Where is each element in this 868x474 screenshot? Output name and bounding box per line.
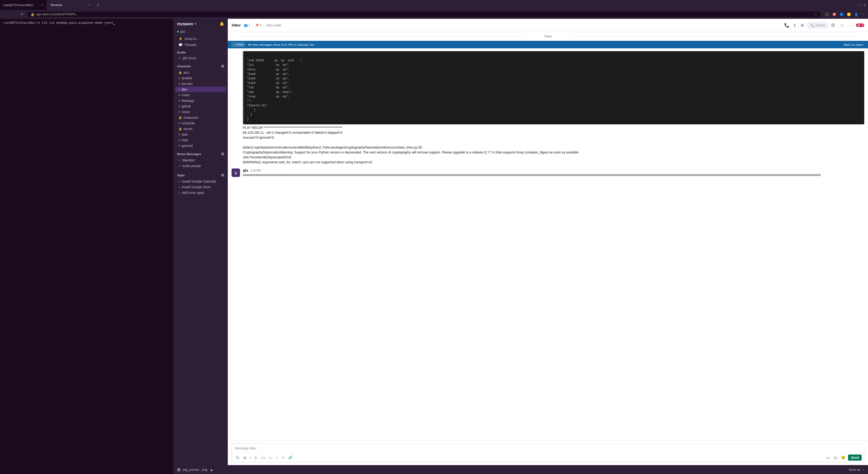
install-google-drive[interactable]: + Install Google Drive bbox=[175, 184, 226, 190]
call-button[interactable]: 📞 bbox=[783, 22, 791, 29]
formatting-toggle[interactable]: Aa bbox=[825, 455, 831, 460]
channel-item-github[interactable]: #github bbox=[175, 103, 226, 109]
jump-button[interactable]: ↑ Jump bbox=[231, 42, 245, 47]
channel-item-acct[interactable]: 🔒acct bbox=[175, 70, 226, 75]
gear-button[interactable]: ⚙ bbox=[799, 22, 806, 29]
profile-btn[interactable]: 👤 bbox=[853, 11, 859, 17]
channel-item-secret[interactable]: 🔒secret bbox=[175, 126, 226, 132]
chevron-up-icon[interactable]: ▲ bbox=[210, 468, 214, 472]
threads-item[interactable]: 💬 Threads bbox=[175, 42, 226, 48]
add-topic[interactable]: Add a topic bbox=[266, 24, 282, 27]
indent-button[interactable]: ⇥ bbox=[280, 455, 286, 461]
back-button[interactable]: ← bbox=[2, 11, 9, 18]
channel-item-flaskapp[interactable]: #flaskapp bbox=[175, 98, 226, 103]
bottom-close-icon[interactable]: × bbox=[863, 468, 865, 472]
gkz-sender[interactable]: gkz bbox=[243, 168, 248, 172]
mention-toolbar-btn[interactable]: @ bbox=[833, 455, 838, 461]
new-tab-button[interactable]: + bbox=[94, 0, 102, 10]
message-input[interactable] bbox=[232, 443, 864, 453]
refresh-button[interactable]: ↻ bbox=[19, 11, 25, 18]
more-button[interactable]: ⋯ bbox=[847, 22, 854, 29]
forward-button[interactable]: → bbox=[11, 11, 18, 18]
italic-button[interactable]: I bbox=[249, 455, 252, 461]
channel-label-ansible: ansible bbox=[182, 76, 192, 80]
drafts-user-item[interactable]: ✏ gkz (you) bbox=[175, 55, 226, 61]
channel-item-schedule[interactable]: #schedule bbox=[175, 121, 226, 126]
bold-button[interactable]: B bbox=[242, 455, 247, 461]
window-maximize[interactable]: □ bbox=[859, 2, 862, 8]
extension-btn-4[interactable]: 🟡 bbox=[846, 11, 852, 17]
channel-item-todo[interactable]: #todo bbox=[175, 137, 226, 143]
hash-icon: # bbox=[179, 133, 180, 136]
bell-icon[interactable]: 🔔 bbox=[220, 22, 224, 26]
invite-people-item[interactable]: + Invite people bbox=[175, 163, 226, 169]
hash-icon: # bbox=[179, 138, 180, 142]
channel-item-dev[interactable]: #dev bbox=[175, 87, 226, 92]
pins-meta[interactable]: 📌 0 bbox=[255, 24, 261, 27]
new-messages-banner[interactable]: ↑ Jump 46 new messages since 8:12 PM on … bbox=[228, 41, 868, 48]
add-more-apps[interactable]: + Add more apps bbox=[175, 190, 226, 196]
terminal-tab-2-close[interactable]: × bbox=[89, 3, 90, 7]
workspace-name[interactable]: myspace ▾ bbox=[177, 22, 196, 26]
add-dm-btn[interactable]: ⊕ bbox=[221, 151, 224, 157]
message-toolbar: 📎 B I S </> 1. • ⇥ 🔗 Aa @ 😊 bbox=[232, 453, 864, 462]
hash-icon: # bbox=[179, 110, 180, 114]
search-bar[interactable]: 🔍 Search bbox=[807, 22, 828, 28]
address-field[interactable]: 🔒 app.slack.com/client/TF5NF6... ☆ bbox=[27, 11, 821, 18]
add-app-btn[interactable]: ⊕ bbox=[221, 172, 224, 178]
jump-to-item[interactable]: ⚡ Jump to... bbox=[175, 36, 226, 42]
channel-item-exam[interactable]: #exam bbox=[175, 92, 226, 98]
channel-item-notes[interactable]: #notes bbox=[175, 109, 226, 115]
header-actions: 📞 ℹ ⚙ 🔍 Search @ ☆ ⋯ 🏠 7 bbox=[783, 22, 864, 29]
banner-text: 46 new messages since 8:12 PM on January… bbox=[248, 43, 841, 46]
emoji-button[interactable]: 😊 bbox=[840, 455, 847, 461]
ordered-list-button[interactable]: 1. bbox=[269, 455, 274, 461]
terminal-tab-1-close[interactable]: × bbox=[41, 3, 43, 7]
link-button[interactable]: 🔗 bbox=[287, 455, 294, 461]
members-meta[interactable]: 👥 1 bbox=[244, 24, 250, 27]
info-button[interactable]: ℹ bbox=[793, 22, 797, 29]
apps-header[interactable]: Apps ⊕ bbox=[174, 171, 227, 178]
more-options-btn[interactable]: ⋯ bbox=[861, 11, 866, 17]
bookmark-button[interactable]: ☆ bbox=[839, 22, 845, 29]
slackbot-dm[interactable]: ♥ Slackbot bbox=[175, 158, 226, 163]
file-thumbnail-icon: 🖼 bbox=[177, 468, 180, 472]
sidebar-header: myspace ▾ 🔔 bbox=[174, 19, 227, 29]
app-body: root@572c41acc9bd:/# st2 run mydemo_pack… bbox=[0, 19, 868, 474]
install-google-calendar[interactable]: + Install Google Calendar bbox=[175, 178, 226, 184]
terminal-tab-1[interactable]: root@572c41acc9bd:/ × bbox=[0, 0, 47, 10]
extension-btn-3[interactable]: 🔵 bbox=[839, 11, 844, 17]
hash-icon: # bbox=[179, 82, 180, 86]
channel-item-task[interactable]: #task bbox=[175, 132, 226, 137]
send-button[interactable]: Send bbox=[848, 454, 862, 461]
window-minimize[interactable]: − bbox=[855, 2, 858, 8]
attach-button[interactable]: 📎 bbox=[234, 455, 241, 461]
extension-btn-2[interactable]: 🎯 bbox=[831, 11, 837, 17]
dm-header[interactable]: Direct Messages ⊕ bbox=[174, 149, 227, 158]
pin-icon: 📌 bbox=[255, 24, 259, 27]
channel-label-flaskapp: flaskapp bbox=[182, 99, 194, 103]
terminal-content: root@572c41acc9bd:/# st2 run mydemo_pack… bbox=[0, 19, 174, 474]
channels-header[interactable]: Channels ⊕ bbox=[174, 62, 227, 70]
strikethrough-button[interactable]: S bbox=[253, 455, 258, 461]
header-meta: 👥 1 | 📌 0 | Add a topic bbox=[244, 23, 282, 28]
add-channel-btn[interactable]: ⊕ bbox=[221, 64, 224, 69]
apps-badge[interactable]: 🏠 7 bbox=[856, 24, 864, 27]
channel-item-restaurant[interactable]: 🔒restaurant bbox=[175, 115, 226, 121]
bottom-bar: 🖼 pkg_promot....png ▲ Show all × bbox=[174, 465, 868, 474]
unordered-list-button[interactable]: • bbox=[275, 455, 279, 461]
code-block: "lo0.16385 up up inet ", "lsi up up", "m… bbox=[243, 51, 864, 124]
channel-item-general[interactable]: #general bbox=[175, 143, 226, 148]
terminal-tab-2[interactable]: Terminal × bbox=[47, 0, 94, 10]
drafts-header[interactable]: Drafts bbox=[174, 49, 227, 55]
mention-button[interactable]: @ bbox=[830, 22, 837, 29]
bottom-file-name[interactable]: pkg_promot....png bbox=[183, 468, 207, 471]
window-close[interactable]: × bbox=[863, 2, 866, 8]
extension-btn-1[interactable]: ⬛ bbox=[824, 11, 830, 17]
channel-item-ansible[interactable]: #ansible bbox=[175, 75, 226, 81]
show-all-button[interactable]: Show all bbox=[849, 468, 860, 471]
bookmark-star-icon[interactable]: ☆ bbox=[814, 12, 817, 16]
code-button[interactable]: </> bbox=[259, 455, 267, 461]
mark-read-button[interactable]: Mark as read × bbox=[844, 43, 864, 46]
channel-item-bot-test[interactable]: #bot-test bbox=[175, 81, 226, 87]
